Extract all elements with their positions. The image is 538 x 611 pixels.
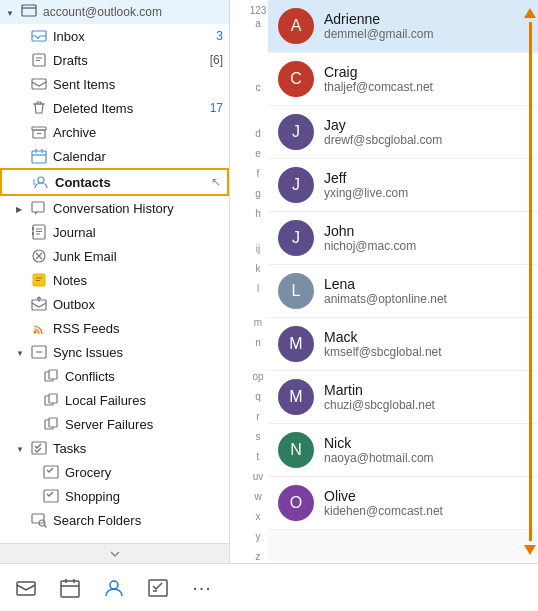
alpha-ij[interactable]: ij [248,242,268,255]
sidebar-item-drafts[interactable]: Drafts [6] [0,48,229,72]
contact-item-adrienne[interactable]: AAdriennedemmel@gmail.com [268,0,538,53]
deleted-icon [30,99,48,117]
calendar-toolbar-button[interactable] [54,572,86,604]
search-folders-label: Search Folders [53,513,223,528]
svg-point-15 [34,331,37,334]
contact-item-jay[interactable]: JJaydrewf@sbcglobal.com [268,106,538,159]
sidebar-item-journal[interactable]: Journal [0,220,229,244]
alpha-column: 123 a c d e f g h ij k [248,0,268,563]
contact-item-nick[interactable]: NNicknaoya@hotmail.com [268,424,538,477]
sidebar-item-shopping[interactable]: Shopping [0,484,229,508]
svg-rect-0 [22,5,36,16]
people-button[interactable] [98,572,130,604]
alpha-m[interactable]: m [248,316,268,329]
scroll-up-arrow[interactable] [524,8,536,18]
alpha-spacer-5 [248,180,268,187]
alpha-l[interactable]: l [248,282,268,295]
alpha-spacer-9 [248,275,268,282]
bottom-toolbar: ··· [0,563,538,611]
sidebar-item-local-failures[interactable]: Local Failures [0,388,229,412]
contact-item-olive[interactable]: OOlivekidehen@comcast.net [268,477,538,530]
sidebar-item-tasks[interactable]: Tasks [0,436,229,460]
sidebar-item-contacts[interactable]: Contacts ↖ [0,168,229,196]
alpha-h[interactable]: h [248,207,268,220]
alpha-k[interactable]: k [248,262,268,275]
sidebar: account@outlook.com Inbox 3 [0,0,230,563]
alpha-x[interactable]: x [248,510,268,523]
contact-item-mack[interactable]: MMackkmself@sbcglobal.net [268,318,538,371]
scroll-down-arrow[interactable] [524,545,536,555]
sidebar-item-deleted[interactable]: Deleted Items 17 [0,96,229,120]
contact-info-adrienne: Adriennedemmel@gmail.com [324,11,434,41]
contact-name-nick: Nick [324,435,434,451]
deleted-count: 17 [210,101,223,115]
alpha-spacer-4 [248,160,268,167]
sidebar-item-outbox[interactable]: Outbox [0,292,229,316]
contact-item-john[interactable]: JJohnnichoj@mac.com [268,212,538,265]
right-panel: 123 a c d e f g h ij k [230,0,538,563]
alpha-g[interactable]: g [248,187,268,200]
tasks-expand-arrow[interactable] [16,443,30,454]
alpha-r[interactable]: r [248,410,268,423]
sent-icon [30,75,48,93]
alpha-e[interactable]: e [248,147,268,160]
sidebar-item-sent[interactable]: Sent Items [0,72,229,96]
svg-rect-28 [17,582,35,595]
alpha-q[interactable]: q [248,390,268,403]
sidebar-item-rss[interactable]: RSS Feeds [0,316,229,340]
sidebar-item-inbox[interactable]: Inbox 3 [0,24,229,48]
alpha-f[interactable]: f [248,167,268,180]
scroll-indicator[interactable] [522,0,538,563]
contact-info-mack: Mackkmself@sbcglobal.net [324,329,442,359]
alpha-uv[interactable]: uv [248,470,268,483]
alpha-z[interactable]: z [248,550,268,563]
alpha-spacer-3 [248,140,268,147]
alpha-spacer-19 [248,503,268,510]
tasks-label: Tasks [53,441,223,456]
contact-item-jeff[interactable]: JJeffyxing@live.com [268,159,538,212]
sidebar-scroll-bottom[interactable] [0,543,229,563]
sidebar-item-conv-history[interactable]: Conversation History [0,196,229,220]
sidebar-item-notes[interactable]: Notes [0,268,229,292]
svg-rect-22 [49,418,57,427]
drafts-count: [6] [210,53,223,67]
svg-rect-18 [49,370,57,379]
sidebar-item-calendar[interactable]: Calendar [0,144,229,168]
alpha-d[interactable]: d [248,127,268,140]
tasks-icon [30,439,48,457]
contact-item-martin[interactable]: MMartinchuzi@sbcglobal.net [268,371,538,424]
notes-label: Notes [53,273,223,288]
tasks-toolbar-button[interactable] [142,572,174,604]
sync-expand-arrow[interactable] [16,347,30,358]
sidebar-item-sync[interactable]: Sync Issues [0,340,229,364]
alpha-c[interactable]: c [248,81,268,94]
sidebar-item-conflicts[interactable]: Conflicts [0,364,229,388]
more-apps-button[interactable]: ··· [186,572,218,604]
sidebar-item-archive[interactable]: Archive [0,120,229,144]
alpha-w[interactable]: w [248,490,268,503]
rss-label: RSS Feeds [53,321,223,336]
alpha-y[interactable]: y [248,530,268,543]
sidebar-item-grocery[interactable]: Grocery [0,460,229,484]
alpha-spacer-16 [248,443,268,450]
sync-label: Sync Issues [53,345,223,360]
sidebar-item-junk[interactable]: Junk Email [0,244,229,268]
contact-item-craig[interactable]: CCraigthaljef@comcast.net [268,53,538,106]
journal-label: Journal [53,225,223,240]
contact-item-lena[interactable]: LLenaanimats@optonline.net [268,265,538,318]
mail-button[interactable] [10,572,42,604]
sync-icon [30,343,48,361]
contact-email-adrienne: demmel@gmail.com [324,27,434,41]
contact-name-john: John [324,223,416,239]
sidebar-item-server-failures[interactable]: Server Failures [0,412,229,436]
alpha-n[interactable]: n [248,336,268,349]
alpha-s[interactable]: s [248,430,268,443]
conv-history-arrow [16,203,30,214]
alpha-op[interactable]: op [248,370,268,383]
sidebar-scroll-area[interactable]: account@outlook.com Inbox 3 [0,0,229,543]
alpha-t[interactable]: t [248,450,268,463]
alpha-spacer-13 [248,383,268,390]
sidebar-item-search-folders[interactable]: Search Folders [0,508,229,532]
alpha-a[interactable]: a [248,17,268,30]
sidebar-item-account[interactable]: account@outlook.com [0,0,229,24]
